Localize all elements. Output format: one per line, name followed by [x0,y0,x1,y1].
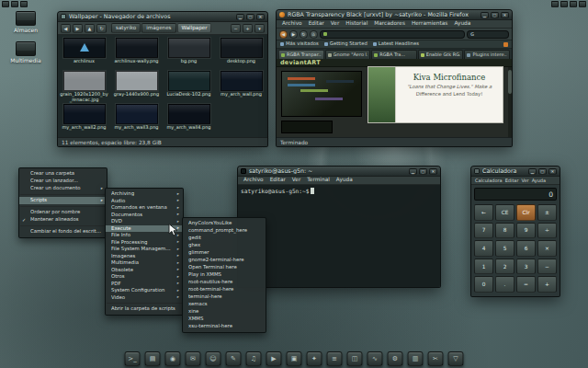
menu-item[interactable]: System Configuration▸ [106,287,183,294]
up-icon[interactable]: ▲ [85,24,95,33]
menubar-item[interactable]: Marcadores [371,20,408,28]
zoom-in-icon[interactable]: + [243,24,253,33]
dock-system-monitor-icon[interactable]: ∿ [368,351,383,366]
dock-music-player-icon[interactable]: ♫ [246,351,262,366]
forward-icon[interactable]: ▶ [289,30,298,39]
volume-icon[interactable] [570,1,577,7]
calc-button[interactable]: ÷ [537,223,557,239]
desktop-icon[interactable]: Multimedia [4,41,48,63]
menu-item[interactable]: Crear un documento▸ [19,185,107,192]
file-item[interactable]: grain_1920x1200_by_renacac.jpg [58,70,110,103]
menubar-item[interactable]: Terminal [304,177,333,184]
menu-item[interactable]: glimmer [183,249,266,257]
file-item[interactable]: gray-1440x900.png [110,70,163,103]
menu-item[interactable]: File Processing▸ [106,239,183,247]
menu-item[interactable]: Abrir la carpeta de scripts [106,305,183,313]
search-bar[interactable]: G [467,30,509,39]
dock-trash-icon[interactable]: ▽ [448,351,464,366]
menu-item[interactable]: Crear una carpeta [19,170,107,178]
file-item[interactable]: LuciaDesk-102.png [163,70,215,103]
browser-tab[interactable]: RGBA Tra... [371,50,417,59]
calc-button[interactable]: 2 [495,259,514,275]
menu-item[interactable]: Imagenes▸ [106,253,183,260]
calc-button[interactable]: 1 [474,259,493,275]
dock-archive-manager-icon[interactable]: ▥ [408,351,424,366]
menu-item[interactable]: Otros▸ [106,273,183,281]
menubar-item[interactable]: Archivo [241,177,266,184]
menubar-item[interactable]: Historial [343,20,370,28]
maximize-button[interactable]: ▢ [491,12,499,18]
url-bar[interactable] [320,30,465,39]
dock-file-manager-icon[interactable]: ▤ [145,351,161,366]
menubar-item[interactable]: Ayuda [451,20,473,28]
calc-button[interactable]: CE [495,204,514,221]
browser-tab[interactable]: Enable Gtk RG... [418,50,464,59]
menubar-item[interactable]: Editar [306,20,327,28]
menu-item[interactable]: gnome2-terminal-here [183,257,266,264]
minimize-button[interactable]: ▁ [481,12,489,18]
bookmark-item[interactable]: Getting Started [324,41,368,46]
menubar-item[interactable]: Ver [520,178,529,184]
dock-office-icon[interactable]: ≡ [327,351,343,366]
rss-icon[interactable] [503,42,508,47]
menu-item[interactable]: Documentos▸ [106,212,183,219]
page-screenshot-thumbnail-small[interactable] [281,121,333,133]
file-item[interactable]: my_arch_wall.png [215,70,267,103]
file-item[interactable]: desktop.png [215,37,267,70]
calc-button[interactable]: + [537,276,557,293]
menubar-item[interactable]: Calculadora [474,178,503,184]
reload-icon[interactable]: ↻ [96,24,107,33]
calc-button[interactable]: 4 [474,240,493,257]
scrollbar-thumb[interactable] [508,70,512,94]
minimize-button[interactable]: ▁ [528,168,537,175]
browser-tab[interactable]: RGBA Tranpar... [278,50,324,59]
bookmark-item[interactable]: Más visitados [280,41,319,46]
close-button[interactable]: ✕ [256,14,265,20]
menubar-item[interactable]: Ayuda [334,177,356,184]
dock-terminal-icon[interactable]: >_ [125,351,141,366]
menu-item[interactable]: gedit [183,235,266,242]
dock-video-player-icon[interactable]: ▶ [266,351,282,366]
file-manager-titlebar[interactable]: Wallpaper - Navegador de archivos ▁▢✕ [58,12,267,22]
calc-button[interactable]: 3 [516,259,536,275]
terminal-output[interactable]: satyriko@asus-g5n:~$ [238,185,440,287]
dock-packages-icon[interactable]: ◫ [347,351,363,366]
menu-item[interactable]: Scripts▸ [19,197,107,204]
calc-button[interactable]: ± [537,204,557,221]
menu-item[interactable]: Obsolete▸ [106,267,183,274]
calc-button[interactable]: 8 [495,223,514,239]
menu-item[interactable]: AnyColorsYouLike [183,220,266,227]
menubar-item[interactable]: Editar [267,177,288,184]
file-item[interactable]: archlinux-wally.png [110,37,163,70]
menu-item[interactable]: Multimedia▸ [106,259,183,267]
menu-item[interactable]: command_prompt_here [183,227,266,235]
menu-item[interactable]: terminal-here [183,293,266,301]
menu-item[interactable]: ghex [183,242,266,249]
menubar-item[interactable]: Editar [504,178,520,184]
calc-button[interactable]: . [495,276,514,293]
kiva-ad-banner[interactable]: Kiva Microfinance "Loans that Change Liv… [368,66,503,123]
menu-item[interactable]: xemacs [183,301,266,308]
file-item[interactable]: my_arch_wall2.png [58,103,110,136]
close-button[interactable]: ✕ [548,168,557,175]
view-as-icon[interactable]: ▾ [254,24,265,33]
notification-icon[interactable] [551,1,559,7]
menu-item[interactable]: XMMS [183,316,266,323]
menu-item[interactable]: xine [183,308,266,316]
home-icon[interactable]: ⌂ [310,30,318,39]
browser-tab[interactable]: Gnome "Aero l... [325,50,371,59]
calculator-titlebar[interactable]: Calculadora ▁▢✕ [471,167,560,177]
breadcrumb-item[interactable]: satyriko [111,23,141,34]
reload-icon[interactable]: ↻ [300,30,308,39]
menubar-item[interactable]: Ver [289,177,303,184]
bookmark-item[interactable]: Latest Headlines [373,41,419,46]
menubar-item[interactable]: Archivo [279,20,305,28]
menu-item[interactable]: root-nautilus-here [183,279,266,286]
show-desktop-icon[interactable] [20,1,28,7]
close-button[interactable]: ✕ [429,168,437,175]
menu-item[interactable]: Comandos en ventana▸ [106,204,183,212]
workspace-switcher-icon[interactable] [2,1,9,7]
menu-item[interactable]: ✓Mantener alineados [19,216,107,224]
menubar-item[interactable]: Ver [328,20,342,28]
minimize-button[interactable]: ▁ [409,168,417,175]
